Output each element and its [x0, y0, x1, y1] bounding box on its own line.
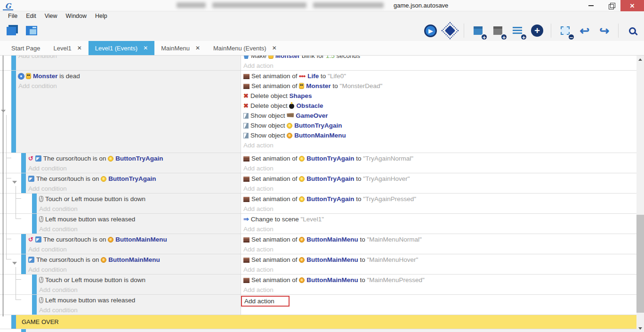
condition-line[interactable]: ↺The cursor/touch is on ButtonTryAgain [28, 154, 241, 163]
add-action[interactable]: Add action [243, 285, 636, 294]
menu-edit[interactable]: Edit [22, 13, 40, 19]
add-action[interactable]: Add action [243, 204, 636, 213]
object-link[interactable]: Obstacle [296, 102, 323, 109]
collapse-arrow[interactable] [12, 181, 17, 184]
tab-mainmenu-events-[interactable]: MainMenu (Events)✕ [207, 41, 283, 55]
event-handle-bar[interactable] [21, 329, 26, 332]
project-manager-icon[interactable] [5, 24, 19, 38]
scrollbar-thumb[interactable] [636, 215, 644, 313]
object-link[interactable]: ButtonMainMenu [108, 256, 160, 263]
collapse-arrow[interactable] [1, 110, 6, 113]
tab-close-icon[interactable]: ✕ [77, 45, 82, 51]
object-link[interactable]: ButtonTryAgain [115, 155, 163, 162]
event-handle-bar[interactable] [32, 275, 37, 294]
remove-selection-icon[interactable]: − [558, 24, 572, 38]
event-handle-bar[interactable] [32, 295, 37, 315]
tab-mainmenu[interactable]: MainMenu✕ [154, 41, 207, 55]
menu-help[interactable]: Help [91, 13, 112, 19]
add-condition[interactable]: Add condition [28, 163, 241, 173]
event-handle-bar[interactable] [21, 234, 26, 254]
event-handle-bar[interactable] [21, 153, 26, 173]
menu-window[interactable]: Window [62, 13, 91, 19]
action-line[interactable]: Set animation of Life to "Life0" [243, 71, 636, 81]
minimize-button[interactable] [581, 0, 601, 11]
condition-line[interactable]: Left mouse button was released [39, 295, 241, 305]
action-line[interactable]: Make Monster blink for 1.5 seconds [243, 56, 636, 61]
object-link[interactable]: GameOver [296, 112, 328, 119]
add-comment-icon[interactable]: + [510, 24, 524, 38]
add-condition[interactable]: Add condition [18, 81, 241, 91]
tab-level1-events-[interactable]: Level1 (Events)✕ [89, 41, 154, 55]
action-line[interactable]: Set animation of ButtonTryAgain to "TryA… [243, 174, 636, 184]
add-action[interactable]: Add action [243, 244, 636, 254]
add-condition[interactable]: Add condition [28, 244, 241, 254]
action-line[interactable]: Show object ButtonMainMenu [243, 130, 636, 140]
condition-line[interactable]: Touch or Left mouse button is down [39, 275, 241, 285]
event-handle-bar[interactable] [32, 194, 37, 213]
scene-window-icon[interactable] [24, 24, 39, 38]
search-icon[interactable] [625, 24, 639, 38]
object-link[interactable]: ButtonTryAgain [306, 155, 354, 162]
tab-level1[interactable]: Level1✕ [47, 41, 88, 55]
action-line[interactable]: Set animation of Monster to "MonsterDead… [243, 81, 636, 91]
action-line[interactable]: Show object GameOver [243, 111, 636, 121]
add-action[interactable]: Add action [243, 140, 636, 150]
object-link[interactable]: ButtonMainMenu [115, 236, 167, 243]
action-line[interactable]: Set animation of ButtonMainMenu to "Main… [243, 255, 636, 265]
tab-close-icon[interactable]: ✕ [272, 45, 277, 51]
object-link[interactable]: ButtonTryAgain [306, 175, 354, 182]
object-link[interactable]: ButtonMainMenu [306, 276, 358, 283]
add-action[interactable]: Add action [243, 163, 636, 173]
object-link[interactable]: Monster [306, 82, 331, 89]
object-link[interactable]: ButtonMainMenu [306, 256, 358, 263]
add-action[interactable]: Add action [243, 265, 636, 274]
condition-line[interactable]: ↺The cursor/touch is on ButtonMainMenu [28, 235, 241, 244]
add-plus-icon[interactable]: + [530, 24, 544, 38]
condition-line[interactable]: Left mouse button was released [39, 214, 241, 224]
object-link[interactable]: Life [307, 73, 319, 80]
add-condition[interactable]: Add condition [28, 184, 241, 193]
add-subevent-icon[interactable]: + [491, 24, 505, 38]
scroll-up-icon[interactable] [638, 58, 642, 61]
comment-text[interactable]: GAME OVER [16, 315, 636, 329]
condition-line[interactable]: The cursor/touch is on ButtonTryAgain [28, 174, 241, 184]
tab-close-icon[interactable]: ✕ [195, 45, 200, 51]
object-link[interactable]: Monster [33, 73, 58, 80]
menu-view[interactable]: View [40, 13, 62, 19]
action-line[interactable]: Set animation of ButtonMainMenu to "Main… [243, 235, 636, 244]
add-condition[interactable]: Add condition [28, 265, 241, 274]
condition-line[interactable]: The cursor/touch is on ButtonMainMenu [28, 255, 241, 265]
add-condition[interactable]: Add condition [39, 305, 241, 315]
add-condition[interactable]: Add condition [39, 224, 241, 234]
restore-button[interactable] [601, 0, 620, 11]
action-line[interactable]: ✖Delete object Shapes [243, 91, 636, 101]
event-handle-bar[interactable] [32, 214, 37, 234]
add-action[interactable]: Add action [243, 61, 636, 70]
add-condition[interactable]: Add condition [18, 56, 241, 61]
add-action[interactable]: Add action [243, 184, 636, 193]
object-link[interactable]: ButtonMainMenu [306, 236, 358, 243]
vertical-scrollbar[interactable] [636, 56, 644, 332]
object-link[interactable]: ButtonTryAgain [294, 122, 342, 129]
object-link[interactable]: ButtonTryAgain [306, 195, 354, 202]
tab-close-icon[interactable]: ✕ [143, 45, 148, 51]
event-handle-bar[interactable] [11, 71, 16, 153]
tab-start-page[interactable]: Start Page [5, 41, 47, 55]
play-icon[interactable]: ▶ [423, 24, 437, 38]
menu-file[interactable]: File [4, 13, 22, 19]
object-link[interactable]: ButtonTryAgain [108, 175, 156, 182]
collapse-arrow[interactable] [12, 262, 17, 265]
condition-line[interactable]: Touch or Left mouse button is down [39, 194, 241, 204]
action-line[interactable]: ✖Delete object Obstacle [243, 101, 636, 111]
action-line[interactable]: Set animation of ButtonTryAgain to "TryA… [243, 154, 636, 163]
add-action[interactable]: Add action [243, 224, 636, 234]
scroll-down-icon[interactable] [638, 327, 642, 330]
object-link[interactable]: Shapes [289, 92, 312, 99]
action-line[interactable]: Show object ButtonTryAgain [243, 121, 636, 130]
event-handle-bar[interactable] [11, 315, 16, 329]
add-condition[interactable]: Add condition [39, 204, 241, 213]
debug-icon[interactable] [443, 24, 457, 38]
condition-line[interactable]: Monster is dead [18, 71, 241, 81]
object-link[interactable]: ButtonMainMenu [294, 132, 346, 139]
action-line[interactable]: ⇒Change to scene "Level1" [243, 214, 636, 224]
